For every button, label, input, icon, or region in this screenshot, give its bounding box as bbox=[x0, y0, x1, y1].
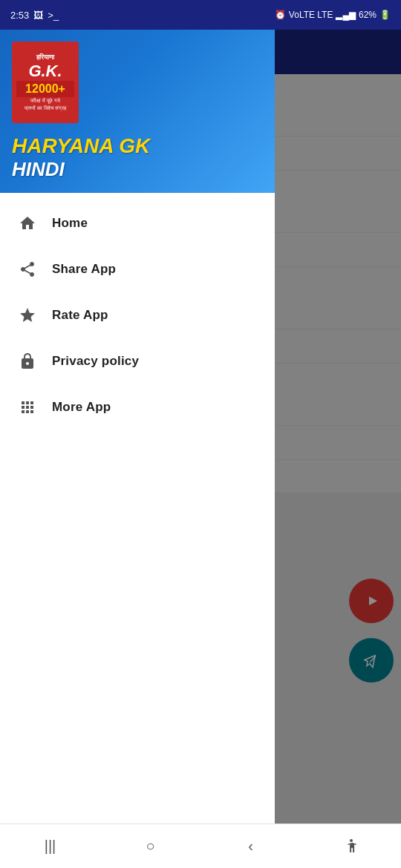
drawer-header: हरियाणा G.K. 12000+ परीक्षा में पूछे गये… bbox=[0, 30, 275, 193]
drawer-menu: Home Share App Rate App bbox=[0, 193, 275, 868]
status-bar: 2:53 🖼 >_ ⏰ VoLTE LTE ▂▄▆ 62% 🔋 bbox=[0, 0, 401, 30]
menu-item-more[interactable]: More App bbox=[0, 384, 275, 430]
screen: o GK MCQs मध्य प्रदेश c wise Mp GK MCQs … bbox=[0, 30, 401, 868]
logo-number-text: 12000+ bbox=[16, 81, 74, 97]
accessibility-icon bbox=[342, 838, 360, 855]
logo-subtext: परीक्षा में पूछे गयेप्रश्नों का विशेष सं… bbox=[25, 97, 66, 111]
status-left: 2:53 🖼 >_ bbox=[10, 10, 59, 21]
status-time: 2:53 bbox=[10, 10, 29, 21]
share-icon bbox=[18, 260, 37, 279]
star-icon bbox=[18, 306, 37, 325]
menu-label-home: Home bbox=[52, 216, 88, 231]
signal-bars: ▂▄▆ bbox=[336, 10, 356, 20]
menu-item-privacy[interactable]: Privacy policy bbox=[0, 338, 275, 384]
svg-point-3 bbox=[350, 839, 353, 842]
navigation-drawer: हरियाणा G.K. 12000+ परीक्षा में पूछे गये… bbox=[0, 30, 275, 868]
lock-icon bbox=[18, 352, 37, 371]
back-button[interactable]: ‹ bbox=[229, 832, 273, 861]
recent-apps-icon: ||| bbox=[45, 838, 56, 855]
app-logo: हरियाणा G.K. 12000+ परीक्षा में पूछे गये… bbox=[12, 42, 79, 123]
grid-icon bbox=[18, 398, 37, 417]
logo-haryana-text: हरियाणा bbox=[16, 53, 74, 62]
menu-label-rate: Rate App bbox=[52, 308, 108, 323]
menu-label-privacy: Privacy policy bbox=[52, 354, 139, 369]
status-right: ⏰ VoLTE LTE ▂▄▆ 62% 🔋 bbox=[275, 10, 391, 20]
menu-item-share[interactable]: Share App bbox=[0, 246, 275, 292]
home-icon bbox=[18, 214, 37, 233]
terminal-icon: >_ bbox=[48, 10, 59, 21]
bottom-nav-bar: ||| ○ ‹ bbox=[0, 823, 401, 868]
network-label: VoLTE LTE bbox=[289, 10, 333, 20]
battery-icon: 🔋 bbox=[379, 10, 391, 20]
menu-item-rate[interactable]: Rate App bbox=[0, 292, 275, 338]
recent-apps-button[interactable]: ||| bbox=[28, 832, 73, 861]
app-title-sub: HINDI bbox=[12, 158, 263, 181]
drawer-app-title: HARYANA GK HINDI bbox=[12, 135, 263, 181]
logo-gk-text: G.K. bbox=[28, 62, 62, 81]
menu-label-more: More App bbox=[52, 400, 111, 415]
home-button-icon: ○ bbox=[146, 838, 154, 855]
alarm-icon: ⏰ bbox=[275, 10, 286, 20]
home-button[interactable]: ○ bbox=[128, 832, 173, 861]
app-title-main: HARYANA GK bbox=[12, 135, 263, 158]
accessibility-button[interactable] bbox=[329, 832, 374, 861]
menu-item-home[interactable]: Home bbox=[0, 200, 275, 246]
menu-label-share: Share App bbox=[52, 262, 116, 277]
battery-label: 62% bbox=[359, 10, 376, 20]
back-button-icon: ‹ bbox=[248, 838, 253, 855]
screenshot-icon: 🖼 bbox=[33, 10, 43, 21]
